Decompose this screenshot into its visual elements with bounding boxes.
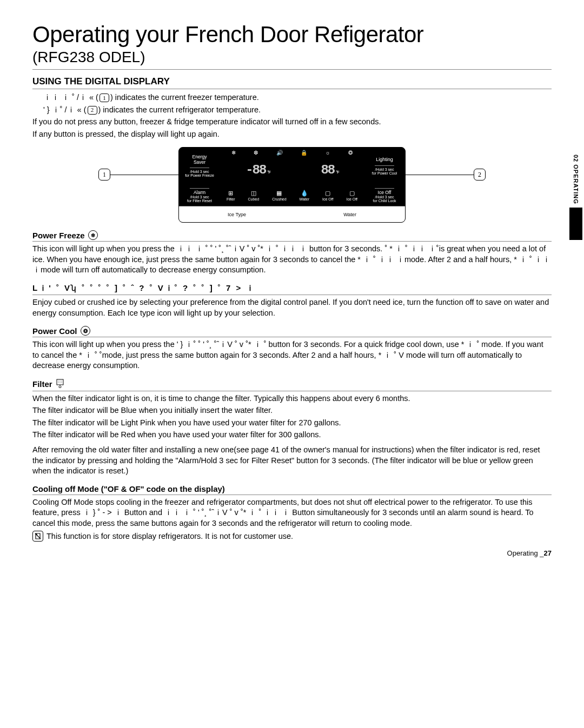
fridge-temp-unit: °F — [335, 170, 339, 175]
svg-point-3 — [61, 380, 62, 381]
iceoff2-indicator: ▢Ice Off — [347, 190, 358, 201]
power-freeze-hold-label: /Hold 3 sec for Power Freeze — [185, 170, 214, 177]
svg-point-1 — [58, 380, 58, 381]
crushed-icon: ▦ — [276, 190, 282, 197]
power-cool-icon: ❂ — [81, 326, 90, 336]
line1-suffix: ) indicates the current freezer temperat… — [110, 93, 259, 102]
freezer-temp: -88 °F — [245, 163, 270, 177]
note-text: This function is for store display refri… — [47, 531, 293, 542]
note-icon — [32, 531, 43, 542]
water-icon: 💧 — [301, 190, 308, 197]
digital-display-text: ｉｉ ｉ ˚ /ｉ « (1) indicates the current fr… — [32, 92, 552, 139]
panel-bottom-row: Ice Type Water — [179, 206, 405, 222]
line2-suffix: ) indicates the current refrigerator tem… — [98, 105, 261, 114]
section-power-freeze: Power Freeze ❄ — [32, 230, 552, 242]
marker-2-inline: 2 — [88, 106, 97, 115]
line4: If any button is pressed, the display wi… — [32, 129, 552, 140]
power-cool-text: This icon will light up when you press t… — [32, 339, 552, 371]
energy-saver-label: Energy Saver — [193, 155, 207, 165]
svg-point-6 — [61, 382, 62, 383]
sidebar-tab: 02 OPERATING — [568, 151, 584, 240]
freezer-temp-unit: °F — [267, 170, 270, 175]
fridge-temp-value: 88 — [321, 163, 334, 177]
power-freeze-title: Power Freeze — [32, 231, 85, 240]
sound-icon: 🔊 — [276, 150, 283, 156]
svg-point-4 — [58, 382, 58, 383]
page-footer: Operating _27 — [32, 549, 552, 557]
callout-marker-2: 2 — [474, 169, 486, 181]
cubed-indicator: ◫Cubed — [248, 190, 260, 201]
lighting-label: Lighting — [376, 157, 393, 163]
filter-text: When the filter indicator light is on, i… — [32, 393, 552, 477]
svg-rect-0 — [57, 379, 63, 385]
lighting-button[interactable]: Lighting /Hold 3 sec for Power Cool — [364, 148, 405, 184]
child-lock-hold-label: /Hold 3 sec for Child Lock — [373, 195, 396, 203]
crushed-indicator: ▦Crushed — [272, 190, 286, 201]
footer-page: 27 — [544, 549, 552, 557]
light-icon: ☼ — [326, 150, 330, 156]
lock-icon: 🔒 — [301, 150, 307, 156]
alarm-button[interactable]: Alarm /Hold 3 sec for Filter Reset — [179, 184, 220, 206]
cubed-icon: ◫ — [251, 190, 256, 197]
control-panel-diagram: 1 2 Energy Saver /Hold 3 sec for Power F… — [178, 147, 406, 223]
water-indicator: 💧Water — [300, 190, 309, 201]
page-title: Operating your French Door Refigerator — [32, 22, 552, 48]
filter-indicator: ⊞Filter — [227, 190, 235, 201]
section-digital-display: USING THE DIGITAL DISPLARY — [32, 76, 552, 89]
panel-center: ❄ ❆ 🔊 🔒 ☼ ❂ -88 °F 88 °F — [220, 148, 364, 184]
iceoff-label: Ice Off — [378, 190, 391, 195]
panel-top-icons: ❄ ❆ 🔊 🔒 ☼ ❂ — [220, 148, 364, 156]
callout-line-1 — [110, 175, 178, 175]
panel-temps: -88 °F 88 °F — [220, 156, 364, 184]
iceoff1-indicator: ▢Ice Off — [322, 190, 334, 201]
panel-mid-icons: ⊞Filter ◫Cubed ▦Crushed 💧Water ▢Ice Off … — [220, 184, 364, 206]
sidebar-tab-label: 02 OPERATING — [573, 151, 579, 208]
control-panel: Energy Saver /Hold 3 sec for Power Freez… — [178, 147, 406, 223]
panel-top-row: Energy Saver /Hold 3 sec for Power Freez… — [179, 148, 405, 184]
filter-title: Filter — [32, 379, 52, 389]
section-filter: Filter — [32, 379, 552, 391]
snowflake2-icon: ❆ — [254, 150, 258, 156]
freezer-temp-value: -88 — [245, 163, 266, 177]
power-cool-hold-label: /Hold 3 sec for Power Cool — [372, 168, 397, 175]
svg-point-5 — [59, 382, 60, 383]
fridge-temp: 88 °F — [321, 163, 338, 177]
callout-line-2 — [406, 175, 474, 175]
note-row: This function is for store display refri… — [32, 531, 552, 542]
power-freeze-text: This icon will light up when you press t… — [32, 244, 552, 276]
line3: If you do not press any button, freezer … — [32, 117, 552, 128]
page-subtitle: (RFG238 ODEL) — [32, 49, 552, 70]
line1-prefix: ｉｉ ｉ ˚ /ｉ « ( — [43, 93, 98, 102]
iceoff2-icon: ▢ — [349, 190, 355, 197]
ice-type-button[interactable]: Ice Type — [228, 212, 246, 217]
iceoff-button[interactable]: Ice Off /Hold 3 sec for Child Lock — [364, 184, 405, 206]
sidebar-tab-bar — [569, 208, 582, 240]
iceoff1-icon: ▢ — [325, 190, 330, 197]
filter-reset-hold-label: /Hold 3 sec for Filter Reset — [187, 195, 212, 203]
filter-icon: ⊞ — [228, 190, 233, 197]
marker-1-inline: 1 — [99, 93, 109, 102]
cooling-off-text: Cooling Off Mode stops cooling in the fr… — [32, 497, 552, 542]
alarm-label: Alarm — [194, 190, 205, 195]
footer-label: Operating _ — [507, 549, 544, 557]
line2-prefix: ' } ｉ˚ /ｉ « ( — [43, 105, 87, 114]
panel-mid-row: Alarm /Hold 3 sec for Filter Reset ⊞Filt… — [179, 184, 405, 206]
energy-saver-button[interactable]: Energy Saver /Hold 3 sec for Power Freez… — [179, 148, 220, 184]
power-cool-title: Power Cool — [32, 326, 77, 336]
water-button[interactable]: Water — [343, 212, 356, 217]
snowflake-icon: ❄ — [231, 150, 236, 156]
filter-section-icon — [56, 379, 64, 390]
section-ice-type: Lｉ' ˚ Vʮ ˚ ˚ ˚ ˚ ] ˚ ˆ ? ˚ Vｉ˚ ? ˚ ˚ ] ˚… — [32, 283, 552, 295]
section-power-cool: Power Cool ❂ — [32, 326, 552, 337]
section-cooling-off: Cooling off Mode ("OF & OF" code on the … — [32, 484, 552, 495]
power-freeze-icon: ❄ — [88, 230, 98, 240]
callout-marker-1: 1 — [98, 169, 110, 181]
ice-type-text: Enjoy cubed or crushed ice by selecting … — [32, 297, 552, 318]
fan-icon: ❂ — [348, 150, 353, 156]
svg-point-2 — [59, 380, 60, 381]
